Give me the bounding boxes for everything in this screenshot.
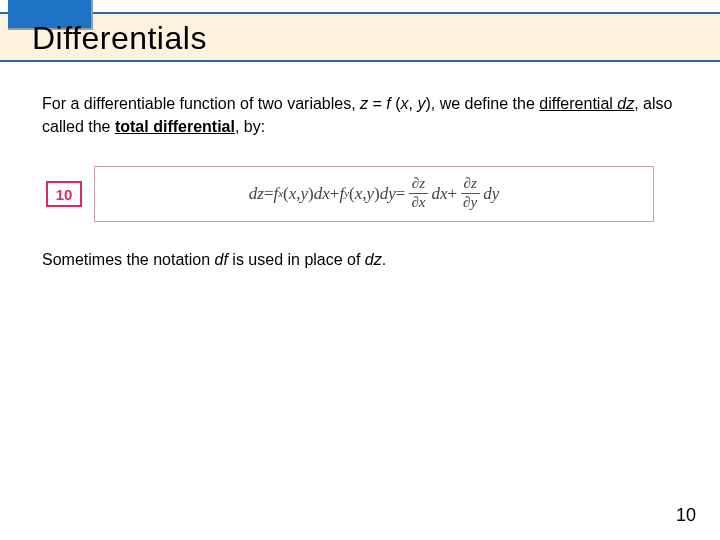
term-total-differential: total differential bbox=[115, 118, 235, 135]
f-y1: y bbox=[301, 182, 309, 207]
term-differential-dz: differential dz bbox=[539, 95, 634, 112]
term-differential: differential bbox=[539, 95, 617, 112]
term-dz: dz bbox=[617, 95, 634, 112]
formula-box: dz = fx(x, y) dx + fy(x, y) dy = ∂z ∂x d… bbox=[94, 166, 654, 222]
slide-title: Differentials bbox=[32, 20, 207, 57]
intro-tail3: , by: bbox=[235, 118, 265, 135]
func-f: f bbox=[386, 95, 395, 112]
note-paragraph: Sometimes the notation df is used in pla… bbox=[42, 248, 678, 271]
note-df: df bbox=[215, 251, 228, 268]
f-plus1: + bbox=[330, 182, 340, 207]
note-mid: is used in place of bbox=[228, 251, 365, 268]
f-x2: x bbox=[355, 182, 363, 207]
f-plus2: + bbox=[448, 182, 458, 207]
f-z1: z bbox=[419, 175, 425, 191]
f-dy1: dy bbox=[380, 182, 396, 207]
f-eq1: = bbox=[264, 182, 274, 207]
partial3: ∂ bbox=[464, 175, 471, 191]
frac-dzdy: ∂z ∂y bbox=[460, 176, 480, 211]
f-x1: x bbox=[289, 182, 297, 207]
intro-paragraph: For a differentiable function of two var… bbox=[42, 92, 678, 138]
f-x3: x bbox=[419, 194, 426, 210]
intro-tail1: , we define the bbox=[431, 95, 540, 112]
f-dx1: dx bbox=[314, 182, 330, 207]
var-x: x bbox=[401, 95, 409, 112]
frac-dzdx: ∂z ∂x bbox=[408, 176, 428, 211]
note-pre: Sometimes the notation bbox=[42, 251, 215, 268]
f-dy2: dy bbox=[483, 182, 499, 207]
partial4: ∂ bbox=[463, 194, 470, 210]
var-z: z bbox=[360, 95, 368, 112]
formula-row: 10 dz = fx(x, y) dx + fy(x, y) dy = ∂z ∂… bbox=[42, 166, 678, 222]
eq-sign: = bbox=[368, 95, 386, 112]
page-number: 10 bbox=[676, 505, 696, 526]
f-dz: dz bbox=[249, 182, 264, 207]
equation-badge: 10 bbox=[46, 181, 82, 207]
f-z2: z bbox=[471, 175, 477, 191]
f-eq2: = bbox=[396, 182, 406, 207]
f-dx2: dx bbox=[431, 182, 447, 207]
slide-body: For a differentiable function of two var… bbox=[42, 92, 678, 272]
intro-lead: For a differentiable function of two var… bbox=[42, 95, 360, 112]
partial2: ∂ bbox=[411, 194, 418, 210]
note-dz: dz bbox=[365, 251, 382, 268]
f-y3: y bbox=[471, 194, 478, 210]
f-y2: y bbox=[367, 182, 375, 207]
note-post: . bbox=[382, 251, 386, 268]
